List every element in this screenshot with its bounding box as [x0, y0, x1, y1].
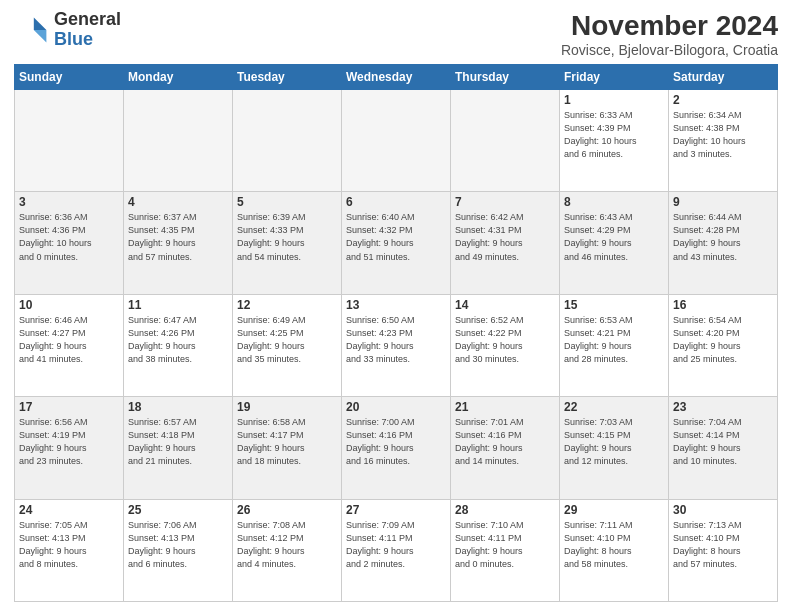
day-number: 19 — [237, 400, 337, 414]
day-number: 4 — [128, 195, 228, 209]
day-number: 3 — [19, 195, 119, 209]
day-number: 28 — [455, 503, 555, 517]
calendar-cell: 15Sunrise: 6:53 AM Sunset: 4:21 PM Dayli… — [560, 294, 669, 396]
day-info: Sunrise: 7:04 AM Sunset: 4:14 PM Dayligh… — [673, 416, 773, 468]
calendar-cell: 17Sunrise: 6:56 AM Sunset: 4:19 PM Dayli… — [15, 397, 124, 499]
day-number: 12 — [237, 298, 337, 312]
svg-marker-0 — [34, 17, 47, 30]
day-info: Sunrise: 7:10 AM Sunset: 4:11 PM Dayligh… — [455, 519, 555, 571]
day-info: Sunrise: 6:53 AM Sunset: 4:21 PM Dayligh… — [564, 314, 664, 366]
calendar-cell: 26Sunrise: 7:08 AM Sunset: 4:12 PM Dayli… — [233, 499, 342, 601]
col-header-tuesday: Tuesday — [233, 65, 342, 90]
calendar-header-row: SundayMondayTuesdayWednesdayThursdayFrid… — [15, 65, 778, 90]
day-info: Sunrise: 7:06 AM Sunset: 4:13 PM Dayligh… — [128, 519, 228, 571]
calendar-week-5: 24Sunrise: 7:05 AM Sunset: 4:13 PM Dayli… — [15, 499, 778, 601]
page: General Blue November 2024 Rovisce, Bjel… — [0, 0, 792, 612]
day-number: 15 — [564, 298, 664, 312]
day-number: 6 — [346, 195, 446, 209]
title-block: November 2024 Rovisce, Bjelovar-Bilogora… — [561, 10, 778, 58]
day-info: Sunrise: 6:44 AM Sunset: 4:28 PM Dayligh… — [673, 211, 773, 263]
day-info: Sunrise: 6:57 AM Sunset: 4:18 PM Dayligh… — [128, 416, 228, 468]
day-number: 26 — [237, 503, 337, 517]
day-info: Sunrise: 6:34 AM Sunset: 4:38 PM Dayligh… — [673, 109, 773, 161]
col-header-wednesday: Wednesday — [342, 65, 451, 90]
calendar-week-1: 1Sunrise: 6:33 AM Sunset: 4:39 PM Daylig… — [15, 90, 778, 192]
calendar-cell: 24Sunrise: 7:05 AM Sunset: 4:13 PM Dayli… — [15, 499, 124, 601]
calendar-cell — [451, 90, 560, 192]
day-info: Sunrise: 7:08 AM Sunset: 4:12 PM Dayligh… — [237, 519, 337, 571]
day-number: 23 — [673, 400, 773, 414]
calendar-cell: 13Sunrise: 6:50 AM Sunset: 4:23 PM Dayli… — [342, 294, 451, 396]
day-number: 7 — [455, 195, 555, 209]
calendar-cell — [342, 90, 451, 192]
day-info: Sunrise: 7:11 AM Sunset: 4:10 PM Dayligh… — [564, 519, 664, 571]
day-number: 27 — [346, 503, 446, 517]
day-info: Sunrise: 6:50 AM Sunset: 4:23 PM Dayligh… — [346, 314, 446, 366]
calendar-cell: 2Sunrise: 6:34 AM Sunset: 4:38 PM Daylig… — [669, 90, 778, 192]
title-month: November 2024 — [561, 10, 778, 42]
day-info: Sunrise: 7:05 AM Sunset: 4:13 PM Dayligh… — [19, 519, 119, 571]
day-info: Sunrise: 6:47 AM Sunset: 4:26 PM Dayligh… — [128, 314, 228, 366]
day-info: Sunrise: 7:01 AM Sunset: 4:16 PM Dayligh… — [455, 416, 555, 468]
svg-marker-1 — [34, 30, 47, 43]
day-number: 16 — [673, 298, 773, 312]
day-info: Sunrise: 6:43 AM Sunset: 4:29 PM Dayligh… — [564, 211, 664, 263]
col-header-thursday: Thursday — [451, 65, 560, 90]
day-info: Sunrise: 6:54 AM Sunset: 4:20 PM Dayligh… — [673, 314, 773, 366]
calendar-cell: 19Sunrise: 6:58 AM Sunset: 4:17 PM Dayli… — [233, 397, 342, 499]
day-number: 1 — [564, 93, 664, 107]
day-info: Sunrise: 7:03 AM Sunset: 4:15 PM Dayligh… — [564, 416, 664, 468]
day-info: Sunrise: 6:58 AM Sunset: 4:17 PM Dayligh… — [237, 416, 337, 468]
calendar-week-3: 10Sunrise: 6:46 AM Sunset: 4:27 PM Dayli… — [15, 294, 778, 396]
day-info: Sunrise: 6:33 AM Sunset: 4:39 PM Dayligh… — [564, 109, 664, 161]
day-info: Sunrise: 6:49 AM Sunset: 4:25 PM Dayligh… — [237, 314, 337, 366]
calendar-cell: 12Sunrise: 6:49 AM Sunset: 4:25 PM Dayli… — [233, 294, 342, 396]
calendar-week-2: 3Sunrise: 6:36 AM Sunset: 4:36 PM Daylig… — [15, 192, 778, 294]
calendar-cell: 9Sunrise: 6:44 AM Sunset: 4:28 PM Daylig… — [669, 192, 778, 294]
logo-general: General — [54, 9, 121, 29]
calendar-cell: 18Sunrise: 6:57 AM Sunset: 4:18 PM Dayli… — [124, 397, 233, 499]
day-info: Sunrise: 6:46 AM Sunset: 4:27 PM Dayligh… — [19, 314, 119, 366]
calendar-cell: 6Sunrise: 6:40 AM Sunset: 4:32 PM Daylig… — [342, 192, 451, 294]
calendar-cell: 16Sunrise: 6:54 AM Sunset: 4:20 PM Dayli… — [669, 294, 778, 396]
day-number: 25 — [128, 503, 228, 517]
calendar-cell: 30Sunrise: 7:13 AM Sunset: 4:10 PM Dayli… — [669, 499, 778, 601]
calendar-cell — [15, 90, 124, 192]
day-number: 5 — [237, 195, 337, 209]
day-info: Sunrise: 6:56 AM Sunset: 4:19 PM Dayligh… — [19, 416, 119, 468]
calendar-cell: 21Sunrise: 7:01 AM Sunset: 4:16 PM Dayli… — [451, 397, 560, 499]
day-info: Sunrise: 7:09 AM Sunset: 4:11 PM Dayligh… — [346, 519, 446, 571]
calendar-cell — [233, 90, 342, 192]
day-number: 9 — [673, 195, 773, 209]
logo-text: General Blue — [54, 10, 121, 50]
day-info: Sunrise: 7:00 AM Sunset: 4:16 PM Dayligh… — [346, 416, 446, 468]
calendar-cell: 11Sunrise: 6:47 AM Sunset: 4:26 PM Dayli… — [124, 294, 233, 396]
day-info: Sunrise: 6:52 AM Sunset: 4:22 PM Dayligh… — [455, 314, 555, 366]
col-header-friday: Friday — [560, 65, 669, 90]
day-number: 8 — [564, 195, 664, 209]
day-info: Sunrise: 6:40 AM Sunset: 4:32 PM Dayligh… — [346, 211, 446, 263]
day-number: 14 — [455, 298, 555, 312]
day-number: 20 — [346, 400, 446, 414]
title-location: Rovisce, Bjelovar-Bilogora, Croatia — [561, 42, 778, 58]
calendar-cell: 5Sunrise: 6:39 AM Sunset: 4:33 PM Daylig… — [233, 192, 342, 294]
day-number: 13 — [346, 298, 446, 312]
logo: General Blue — [14, 10, 121, 50]
day-number: 24 — [19, 503, 119, 517]
calendar-cell — [124, 90, 233, 192]
calendar-cell: 10Sunrise: 6:46 AM Sunset: 4:27 PM Dayli… — [15, 294, 124, 396]
calendar-cell: 7Sunrise: 6:42 AM Sunset: 4:31 PM Daylig… — [451, 192, 560, 294]
day-info: Sunrise: 6:42 AM Sunset: 4:31 PM Dayligh… — [455, 211, 555, 263]
calendar-cell: 3Sunrise: 6:36 AM Sunset: 4:36 PM Daylig… — [15, 192, 124, 294]
calendar-cell: 25Sunrise: 7:06 AM Sunset: 4:13 PM Dayli… — [124, 499, 233, 601]
calendar-cell: 4Sunrise: 6:37 AM Sunset: 4:35 PM Daylig… — [124, 192, 233, 294]
day-number: 18 — [128, 400, 228, 414]
calendar-cell: 22Sunrise: 7:03 AM Sunset: 4:15 PM Dayli… — [560, 397, 669, 499]
day-number: 17 — [19, 400, 119, 414]
calendar-cell: 27Sunrise: 7:09 AM Sunset: 4:11 PM Dayli… — [342, 499, 451, 601]
day-number: 21 — [455, 400, 555, 414]
logo-blue: Blue — [54, 29, 93, 49]
calendar-cell: 14Sunrise: 6:52 AM Sunset: 4:22 PM Dayli… — [451, 294, 560, 396]
day-number: 10 — [19, 298, 119, 312]
day-info: Sunrise: 6:36 AM Sunset: 4:36 PM Dayligh… — [19, 211, 119, 263]
